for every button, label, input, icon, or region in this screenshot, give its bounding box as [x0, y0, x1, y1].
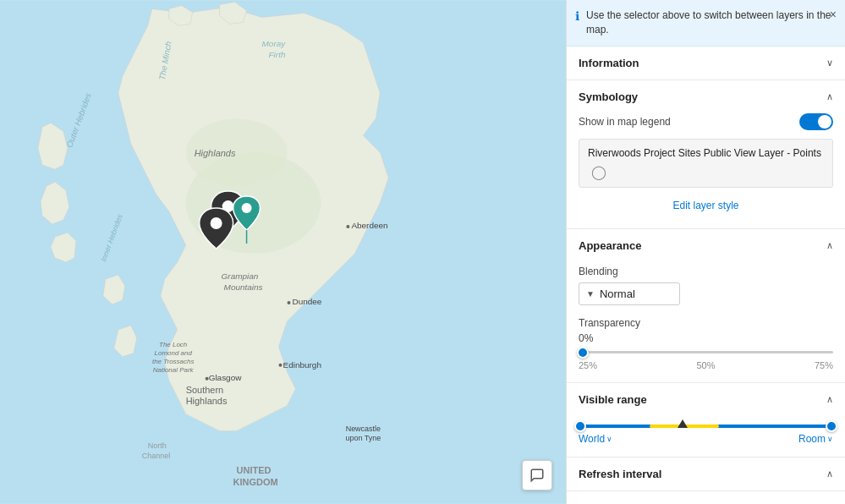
appearance-chevron-icon: ∧ — [826, 240, 833, 251]
vr-world-label[interactable]: World ∨ — [579, 433, 612, 445]
symbology-section-header[interactable]: Symbology ∧ — [567, 80, 845, 113]
svg-text:Grampian: Grampian — [222, 271, 259, 281]
visible-range-section-header[interactable]: Visible range ∧ — [567, 383, 845, 416]
transparency-slider-track — [579, 351, 833, 353]
visible-range-chevron-icon: ∧ — [826, 394, 833, 405]
transparency-value: 0% — [579, 332, 833, 344]
refresh-interval-section-header[interactable]: Refresh interval ∧ — [567, 457, 845, 490]
visible-range-section-body: World ∨ Room ∨ — [567, 425, 845, 457]
appearance-section-title: Appearance — [579, 239, 641, 252]
tick-50: 50% — [696, 360, 715, 370]
appearance-section-header[interactable]: Appearance ∧ — [567, 229, 845, 262]
info-banner: ℹ Use the selector above to switch betwe… — [567, 0, 845, 47]
vr-room-arrow-icon: ∨ — [827, 435, 833, 443]
transparency-slider-thumb[interactable] — [577, 347, 589, 359]
layer-name-text: Riverwoods Project Sites Public View Lay… — [588, 147, 821, 159]
svg-text:upon Tyne: upon Tyne — [345, 434, 381, 442]
svg-text:Moray: Moray — [262, 39, 287, 48]
information-section-title: Information — [579, 57, 639, 69]
information-section: Information ∨ — [567, 47, 845, 80]
svg-text:Highlands: Highlands — [195, 148, 236, 158]
svg-point-20 — [346, 225, 349, 228]
vr-room-text: Room — [798, 433, 826, 445]
svg-text:Lomond and: Lomond and — [155, 349, 193, 357]
svg-point-24 — [279, 364, 283, 367]
vr-world-arrow-icon: ∨ — [606, 435, 612, 443]
symbology-section-title: Symbology — [579, 90, 638, 103]
symbology-section: Symbology ∧ Show in map legend Riverwood… — [567, 80, 845, 229]
transparency-slider-container — [579, 351, 833, 353]
edit-layer-style-button[interactable]: Edit layer style — [579, 194, 833, 216]
appearance-section: Appearance ∧ Blending ▼ Normal Transpare… — [567, 229, 845, 383]
vr-room-label[interactable]: Room ∨ — [798, 433, 833, 445]
visible-range-slider — [579, 425, 833, 428]
layer-icon-row: ◯ — [588, 164, 824, 180]
vr-triangle-icon — [678, 419, 688, 428]
info-banner-text: Use the selector above to switch between… — [586, 8, 833, 37]
svg-text:the Trossachs: the Trossachs — [152, 358, 194, 365]
tick-25: 25% — [579, 360, 597, 370]
svg-text:Mountains: Mountains — [224, 282, 263, 292]
vr-track — [579, 425, 833, 428]
blending-label: Blending — [579, 266, 833, 277]
svg-text:Edinburgh: Edinburgh — [283, 360, 321, 370]
vr-yellow-block — [650, 425, 718, 428]
svg-text:Channel: Channel — [142, 452, 170, 460]
svg-text:UNITED: UNITED — [237, 465, 272, 475]
svg-text:Highlands: Highlands — [186, 396, 228, 406]
right-panel: ℹ Use the selector above to switch betwe… — [566, 0, 845, 504]
refresh-interval-section: Refresh interval ∧ — [567, 457, 845, 491]
vr-world-text: World — [579, 433, 605, 445]
layer-name-box: Riverwoods Project Sites Public View Lay… — [579, 139, 833, 188]
blending-dropdown[interactable]: ▼ Normal — [579, 282, 680, 305]
info-icon: ℹ — [575, 9, 579, 23]
svg-text:National Park: National Park — [153, 366, 195, 374]
blending-dropdown-arrow-icon: ▼ — [586, 289, 595, 299]
svg-text:North: North — [148, 441, 167, 450]
show-legend-label: Show in map legend — [579, 116, 671, 128]
information-section-header[interactable]: Information ∨ — [567, 47, 845, 79]
show-legend-row: Show in map legend — [579, 113, 833, 130]
refresh-interval-section-title: Refresh interval — [579, 468, 661, 480]
transparency-slider-ticks: 25% 50% 75% — [579, 360, 833, 370]
svg-text:The Loch: The Loch — [159, 341, 188, 348]
toggle-slider — [799, 113, 833, 130]
chat-button[interactable] — [522, 460, 552, 490]
svg-text:Newcastle: Newcastle — [346, 425, 381, 433]
refresh-interval-chevron-icon: ∧ — [826, 468, 833, 479]
svg-point-33 — [242, 203, 252, 213]
show-legend-toggle[interactable] — [799, 113, 833, 130]
information-chevron-icon: ∨ — [826, 58, 833, 68]
svg-point-26 — [206, 377, 209, 381]
svg-text:KINGDOM: KINGDOM — [233, 477, 278, 487]
svg-point-22 — [287, 301, 290, 304]
svg-text:Glasgow: Glasgow — [209, 373, 243, 382]
tick-75: 75% — [815, 360, 833, 370]
visible-range-section-title: Visible range — [579, 393, 647, 406]
svg-point-32 — [211, 217, 222, 229]
vr-labels: World ∨ Room ∨ — [579, 433, 833, 445]
transparency-label-row: Transparency — [579, 317, 833, 329]
symbology-section-body: Show in map legend Riverwoods Project Si… — [567, 113, 845, 228]
svg-text:Firth: Firth — [269, 50, 286, 59]
svg-text:Southern: Southern — [186, 385, 224, 395]
symbology-chevron-icon: ∧ — [826, 91, 833, 102]
svg-text:Dundee: Dundee — [292, 297, 321, 306]
vr-left-thumb[interactable] — [574, 420, 586, 432]
vr-right-thumb[interactable] — [826, 420, 837, 432]
appearance-section-body: Blending ▼ Normal Transparency 0% 25% 50… — [567, 262, 845, 382]
svg-text:Aberdeen: Aberdeen — [351, 221, 387, 230]
blending-value: Normal — [600, 288, 672, 300]
transparency-label: Transparency — [579, 317, 640, 329]
info-banner-close-button[interactable]: × — [828, 7, 838, 22]
visible-range-section: Visible range ∧ World ∨ — [567, 383, 845, 457]
map-container[interactable]: Outer Hebrides Inner Hebrides The Minch … — [0, 0, 566, 504]
layer-point-icon: ◯ — [591, 164, 606, 180]
